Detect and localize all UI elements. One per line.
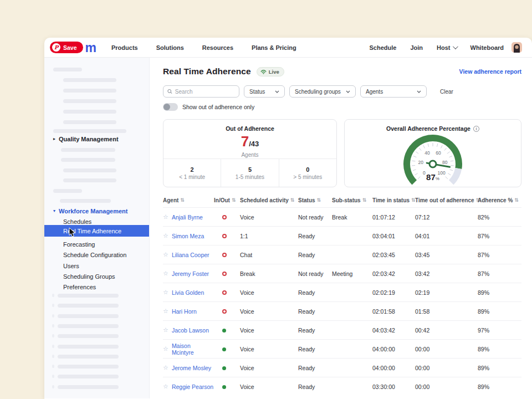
monday-logo[interactable]: m <box>85 42 96 53</box>
pinterest-icon: P <box>52 43 60 52</box>
table-row: ☆Maison McintyreVoiceReady04:00:0000:008… <box>163 339 521 358</box>
agent-name-link[interactable]: Jerome Mosley <box>172 365 211 371</box>
nav-link-solutions[interactable]: Solutions <box>156 44 184 51</box>
adherence-cell: 89% <box>478 346 521 352</box>
favorite-star-icon[interactable]: ☆ <box>163 308 168 315</box>
column-header-time-in-status[interactable]: Time in status⇅ <box>372 197 415 203</box>
skeleton-bullet <box>52 345 54 348</box>
ooa-breakdown-count: 5 <box>248 166 252 173</box>
sidebar-item-quality-management[interactable]: ▸ Quality Management <box>44 134 149 144</box>
nav-link-products[interactable]: Products <box>111 44 138 51</box>
agent-name-link[interactable]: Simon Meza <box>172 233 204 239</box>
favorite-star-icon[interactable]: ☆ <box>163 364 168 371</box>
time-in-status-cell: 02:01:58 <box>372 308 415 315</box>
adherence-cell: 89% <box>478 383 521 390</box>
sidebar-item-users[interactable]: Users <box>44 261 149 270</box>
favorite-star-icon[interactable]: ☆ <box>163 213 168 221</box>
skeleton-item <box>58 345 119 349</box>
time-in-status-cell: 02:03:45 <box>372 252 415 258</box>
favorite-star-icon[interactable]: ☆ <box>163 289 168 296</box>
inout-status-dot-out <box>222 234 227 238</box>
dropdown-status[interactable]: Status <box>244 85 285 98</box>
gauge-tick-label: 60 <box>436 150 441 156</box>
search-input[interactable] <box>175 89 235 95</box>
favorite-star-icon[interactable]: ☆ <box>163 251 168 258</box>
adherence-cell: 89% <box>478 308 521 315</box>
skeleton-bullet <box>52 365 54 368</box>
agent-name-link[interactable]: Anjali Byrne <box>172 214 203 221</box>
dropdown-scheduling-groups[interactable]: Scheduling groups <box>289 85 356 98</box>
inout-status-dot-out <box>222 309 227 314</box>
app-window: P Save m ProductsSolutionsResourcesPlans… <box>44 38 532 399</box>
clear-filters-button[interactable]: Clear <box>440 89 453 95</box>
skeleton-bullet <box>52 324 54 328</box>
nav-link-plans-pricing[interactable]: Plans & Pricing <box>252 44 296 51</box>
adherence-gauge-card: Overall Adherence Percentage i 020406080… <box>344 119 521 187</box>
out-of-adherence-toggle[interactable] <box>163 103 178 111</box>
time-out-of-adherence-cell: 03:45 <box>415 252 478 258</box>
favorite-star-icon[interactable]: ☆ <box>163 326 168 334</box>
favorite-star-icon[interactable]: ☆ <box>163 270 168 277</box>
agent-name-link[interactable]: Jeremy Foster <box>172 270 209 277</box>
avatar[interactable] <box>511 42 522 53</box>
scheduled-activity-cell: Chat <box>240 252 298 258</box>
pinterest-save-button[interactable]: P Save <box>50 42 83 53</box>
agent-name-link[interactable]: Liliana Cooper <box>172 252 209 258</box>
nav-link-host[interactable]: Host <box>437 44 456 51</box>
search-box[interactable] <box>163 85 239 98</box>
nav-link-join[interactable]: Join <box>410 44 423 51</box>
status-cell: Ready <box>298 252 332 258</box>
sidebar-item-workforce-management[interactable]: ▾ Workforce Management <box>44 206 149 216</box>
chevron-down-icon <box>275 90 279 93</box>
column-header-in-out[interactable]: In/Out⇅ <box>214 197 240 203</box>
nav-link-resources[interactable]: Resources <box>202 44 233 51</box>
column-header-adherence-%[interactable]: Adherence %⇅ <box>478 197 521 203</box>
favorite-star-icon[interactable]: ☆ <box>163 383 168 390</box>
skeleton-item <box>61 158 115 162</box>
adherence-cell: 87% <box>478 270 521 277</box>
table-header-row: Agent⇅In/Out⇅Scheduled activity⇅Status⇅S… <box>163 193 521 207</box>
column-header-time-out-of-adherence[interactable]: Time out of adherence⇅ <box>415 197 478 203</box>
agent-name-link[interactable]: Reggie Pearson <box>172 383 213 390</box>
sidebar-item-scheduling-groups[interactable]: Scheduling Groups <box>44 272 149 281</box>
inout-status-dot-out <box>222 215 227 219</box>
table-row: ☆Jeremy FosterBreakNot readyMeeting02:03… <box>163 264 521 283</box>
favorite-star-icon[interactable]: ☆ <box>163 345 168 352</box>
pinterest-save-label: Save <box>63 44 77 51</box>
column-header-agent[interactable]: Agent⇅ <box>163 197 214 203</box>
chevron-right-icon: ▸ <box>53 137 55 141</box>
skeleton-item <box>58 385 119 389</box>
sidebar-item-preferences[interactable]: Preferences <box>44 282 149 291</box>
agent-name-link[interactable]: Maison Mcintyre <box>172 342 214 356</box>
column-header-sub-status[interactable]: Sub-status⇅ <box>332 197 372 203</box>
chevron-down-icon <box>452 44 458 49</box>
inout-status-dot-in <box>222 366 226 370</box>
ooa-breakdown-label: 1-5 minutes <box>236 174 264 180</box>
sidebar-item-forecasting[interactable]: Forecasting <box>44 239 149 249</box>
skeleton-item <box>53 129 126 133</box>
adherence-cell: 97% <box>478 327 521 334</box>
time-out-of-adherence-cell: 07:12 <box>415 214 478 221</box>
column-header-scheduled-activity[interactable]: Scheduled activity⇅ <box>240 197 298 203</box>
adherence-cell: 89% <box>478 289 521 296</box>
sidebar-item-schedule-configuration[interactable]: Schedule Configuration <box>44 250 149 259</box>
nav-link-schedule[interactable]: Schedule <box>370 44 397 51</box>
view-adherence-report-link[interactable]: View adherence report <box>459 68 521 75</box>
scheduled-activity-cell: Voice <box>240 308 298 315</box>
agent-name-link[interactable]: Livia Golden <box>172 289 204 296</box>
favorite-star-icon[interactable]: ☆ <box>163 232 168 239</box>
inout-status-dot-in <box>222 385 226 389</box>
nav-link-whiteboard[interactable]: Whiteboard <box>470 44 504 51</box>
agent-name-link[interactable]: Hari Horn <box>172 308 197 315</box>
time-in-status-cell: 04:00:00 <box>372 365 415 371</box>
time-out-of-adherence-cell: 00:00 <box>415 383 478 390</box>
table-row: ☆Jerome MosleyVoiceReady04:00:0000:0089% <box>163 358 521 377</box>
agent-name-link[interactable]: Jacob Lawson <box>172 327 209 334</box>
status-cell: Ready <box>298 365 332 371</box>
skeleton-item <box>63 110 116 114</box>
sidebar-item-real-time-adherence[interactable]: Real Time Adherence <box>44 225 149 237</box>
column-header-status[interactable]: Status⇅ <box>298 197 332 203</box>
dropdown-agents[interactable]: Agents <box>360 85 427 98</box>
time-in-status-cell: 04:03:42 <box>372 327 415 334</box>
table-row: ☆Simon Meza1:1Ready03:04:0104:0187% <box>163 226 521 245</box>
